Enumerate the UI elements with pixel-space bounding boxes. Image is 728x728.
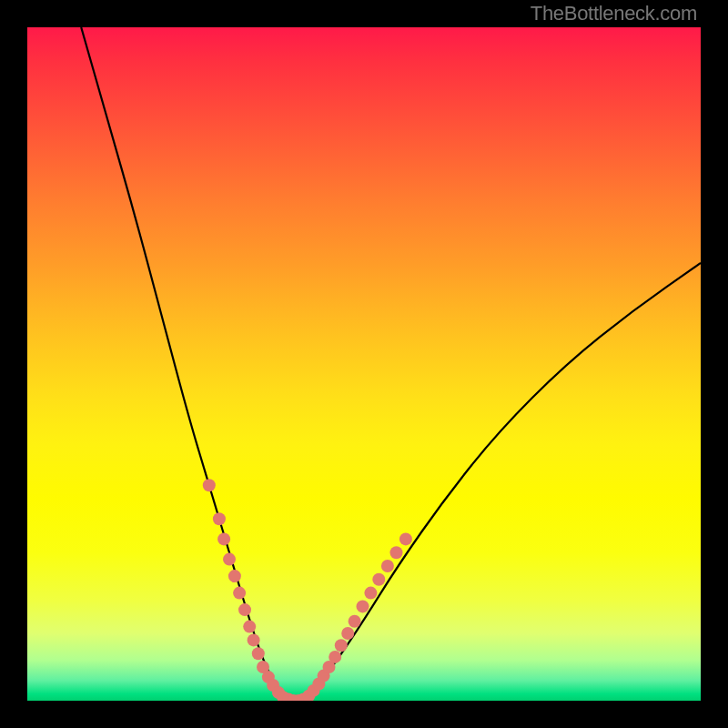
data-point <box>217 532 230 545</box>
plot-area <box>27 27 701 701</box>
data-point <box>203 479 216 491</box>
data-point <box>329 651 341 663</box>
data-point <box>243 621 256 633</box>
data-point <box>233 587 246 600</box>
chart-frame: TheBottleneck.com <box>0 0 728 728</box>
data-point <box>357 600 369 612</box>
data-point <box>252 647 265 660</box>
data-point <box>381 560 394 572</box>
data-point <box>238 603 251 616</box>
curve-data-points <box>203 479 412 701</box>
data-point <box>213 512 226 525</box>
data-point <box>390 546 403 559</box>
data-point <box>372 573 385 586</box>
data-point <box>335 639 348 652</box>
watermark-text: TheBottleneck.com <box>531 2 697 25</box>
data-point <box>399 532 412 545</box>
curve-svg <box>27 27 701 701</box>
data-point <box>228 570 241 582</box>
data-point <box>349 615 361 628</box>
data-point <box>248 633 260 646</box>
data-point <box>341 627 354 640</box>
bottleneck-curve <box>81 27 701 701</box>
data-point <box>364 587 377 600</box>
data-point <box>223 553 236 566</box>
